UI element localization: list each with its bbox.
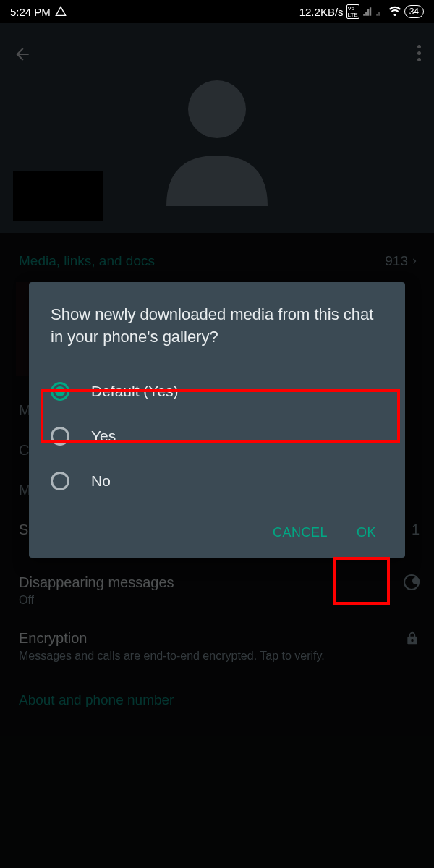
radio-group: Default (Yes) Yes No — [51, 369, 383, 503]
radio-icon — [51, 427, 69, 446]
cancel-button[interactable]: CANCEL — [265, 516, 335, 549]
radio-icon — [51, 382, 69, 401]
volte-icon: VoLTE — [346, 4, 359, 19]
radio-option-no[interactable]: No — [51, 459, 383, 503]
dialog-actions: CANCEL OK — [51, 516, 383, 549]
dialog-title: Show newly downloaded media from this ch… — [51, 304, 383, 349]
battery-icon: 34 — [404, 5, 424, 18]
radio-label: Default (Yes) — [91, 383, 179, 400]
ok-button[interactable]: OK — [349, 516, 383, 549]
status-time: 5:24 PM — [10, 6, 51, 18]
status-right: 12.2KB/s VoLTE 34 — [299, 4, 424, 19]
radio-label: Yes — [91, 427, 116, 445]
wifi-icon — [388, 5, 401, 18]
radio-option-default[interactable]: Default (Yes) — [51, 369, 383, 414]
signal-icon-2 — [375, 7, 386, 17]
radio-icon — [51, 472, 69, 490]
network-speed: 12.2KB/s — [299, 6, 344, 18]
warning-triangle-icon — [55, 6, 67, 17]
signal-icon — [362, 7, 373, 17]
status-left: 5:24 PM — [10, 6, 67, 18]
radio-label: No — [91, 472, 111, 490]
radio-option-yes[interactable]: Yes — [51, 414, 383, 459]
media-visibility-dialog: Show newly downloaded media from this ch… — [29, 282, 405, 558]
status-bar: 5:24 PM 12.2KB/s VoLTE 34 — [0, 0, 434, 23]
